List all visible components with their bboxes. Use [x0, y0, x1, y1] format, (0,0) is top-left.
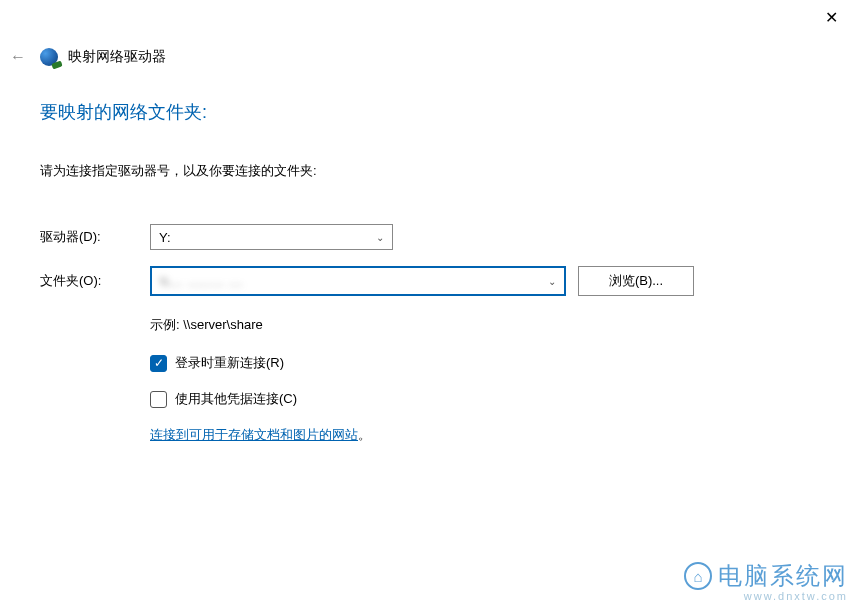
storage-link[interactable]: 连接到可用于存储文档和图片的网站: [150, 427, 358, 442]
browse-button[interactable]: 浏览(B)...: [578, 266, 694, 296]
watermark-text: 电脑系统网: [718, 560, 848, 592]
drive-value: Y:: [159, 230, 171, 245]
content-area: 要映射的网络文件夹: 请为连接指定驱动器号，以及你要连接的文件夹: 驱动器(D)…: [40, 100, 820, 444]
credentials-checkbox-row: 使用其他凭据连接(C): [150, 390, 820, 408]
folder-input[interactable]: \\... ........ ... ⌄: [150, 266, 566, 296]
folder-value: \\... ........ ...: [160, 274, 243, 289]
watermark-url: www.dnxtw.com: [684, 590, 848, 602]
link-period: 。: [358, 427, 371, 442]
watermark-logo-icon: ⌂: [684, 562, 712, 590]
folder-row: 文件夹(O): \\... ........ ... ⌄ 浏览(B)...: [40, 266, 820, 296]
close-button[interactable]: ✕: [817, 6, 846, 29]
window-title: 映射网络驱动器: [68, 48, 166, 66]
chevron-down-icon: ⌄: [548, 276, 556, 287]
header: ← 映射网络驱动器: [6, 44, 166, 70]
drive-select[interactable]: Y: ⌄: [150, 224, 393, 250]
credentials-label: 使用其他凭据连接(C): [175, 390, 297, 408]
storage-link-row: 连接到可用于存储文档和图片的网站。: [150, 426, 820, 444]
drive-icon: [40, 48, 58, 66]
back-arrow-icon[interactable]: ←: [6, 44, 30, 70]
reconnect-checkbox[interactable]: ✓: [150, 355, 167, 372]
example-text: 示例: \\server\share: [150, 316, 820, 334]
chevron-down-icon: ⌄: [376, 232, 384, 243]
watermark: ⌂ 电脑系统网 www.dnxtw.com: [684, 560, 848, 602]
drive-row: 驱动器(D): Y: ⌄: [40, 224, 820, 250]
description-text: 请为连接指定驱动器号，以及你要连接的文件夹:: [40, 162, 820, 180]
reconnect-label: 登录时重新连接(R): [175, 354, 284, 372]
reconnect-checkbox-row: ✓ 登录时重新连接(R): [150, 354, 820, 372]
page-heading: 要映射的网络文件夹:: [40, 100, 820, 124]
credentials-checkbox[interactable]: [150, 391, 167, 408]
drive-label: 驱动器(D):: [40, 228, 150, 246]
folder-label: 文件夹(O):: [40, 272, 150, 290]
